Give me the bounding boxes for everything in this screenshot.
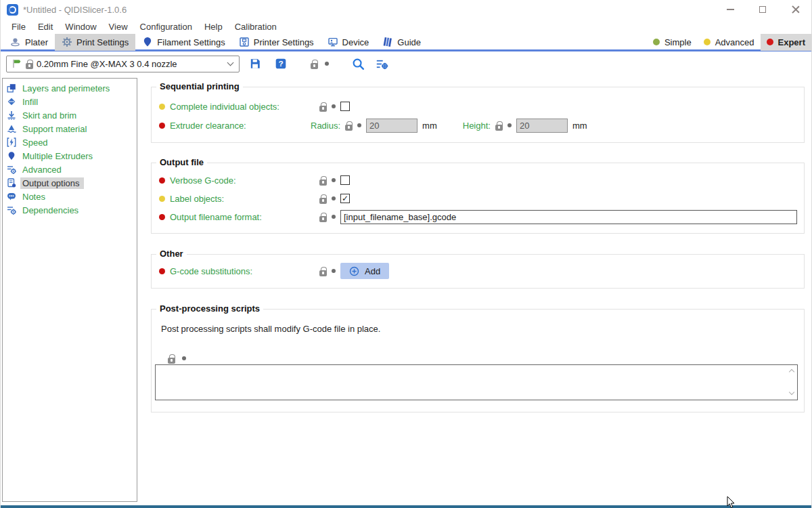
save-preset-button[interactable] <box>249 58 261 70</box>
tab-guide[interactable]: Guide <box>376 34 428 51</box>
menu-calibration[interactable]: Calibration <box>229 20 283 33</box>
radius-label: Radius: <box>311 121 340 131</box>
scroll-up-icon[interactable] <box>789 368 794 374</box>
mouse-cursor-icon <box>727 496 736 508</box>
tab-filament-settings[interactable]: Filament Settings <box>135 34 231 51</box>
menu-file[interactable]: File <box>5 20 32 33</box>
settings-sidebar: Layers and perimeters Infill Skirt and b… <box>2 78 137 502</box>
multiple-extruders-icon <box>7 151 16 161</box>
menu-bar: File Edit Window View Configuration Help… <box>1 19 811 35</box>
lock-icon[interactable] <box>495 125 503 131</box>
section-sequential-printing: Sequential printing Complete individual … <box>151 87 805 143</box>
printer-settings-icon <box>239 37 250 47</box>
sidebar-item-layers-and-perimeters[interactable]: Layers and perimeters <box>3 81 137 95</box>
tab-device[interactable]: Device <box>321 34 376 51</box>
tab-plater[interactable]: Plater <box>3 34 55 51</box>
options-panel: Sequential printing Complete individual … <box>151 78 806 502</box>
option-level-dot-icon <box>159 104 165 110</box>
lock-toggle-button[interactable] <box>311 59 318 69</box>
output-filename-format-input[interactable] <box>340 210 797 224</box>
reset-dot-icon[interactable] <box>332 196 336 200</box>
mode-expert[interactable]: Expert <box>761 34 811 51</box>
reset-dot-icon[interactable] <box>332 178 336 182</box>
settings-options-button[interactable] <box>376 58 388 70</box>
lock-icon <box>26 63 33 69</box>
complete-individual-objects-checkbox[interactable] <box>340 102 350 111</box>
preset-dropdown[interactable]: 0.20mm Fine @X-MAX 3 0.4 nozzle <box>6 56 240 72</box>
close-button[interactable] <box>779 0 811 19</box>
tab-label: Filament Settings <box>157 37 225 47</box>
sidebar-item-infill[interactable]: Infill <box>3 95 137 108</box>
post-processing-scripts-textarea[interactable] <box>156 365 797 400</box>
scroll-down-icon[interactable] <box>789 391 794 396</box>
reset-dot-icon[interactable] <box>325 62 329 66</box>
support-material-icon <box>7 124 16 133</box>
sidebar-item-label: Speed <box>20 137 52 148</box>
search-icon <box>352 58 365 70</box>
advanced-mode-dot-icon <box>704 39 710 45</box>
mode-label: Simple <box>664 37 692 47</box>
mode-simple[interactable]: Simple <box>647 34 698 51</box>
skirt-brim-icon <box>7 110 16 120</box>
lock-icon[interactable] <box>345 125 353 131</box>
help-button[interactable]: ? <box>275 58 287 70</box>
reset-dot-icon[interactable] <box>332 269 336 273</box>
sidebar-item-dependencies[interactable]: Dependencies <box>3 203 137 217</box>
option-level-dot-icon <box>159 196 165 202</box>
add-substitution-button[interactable]: Add <box>340 263 389 279</box>
sidebar-item-label: Infill <box>20 96 42 108</box>
flag-icon <box>12 58 22 69</box>
menu-edit[interactable]: Edit <box>32 20 59 33</box>
sidebar-item-speed[interactable]: Speed <box>3 135 137 149</box>
menu-help[interactable]: Help <box>198 20 229 33</box>
title-bar: *Untitled - QIDISlicer-1.0.6 <box>1 0 811 19</box>
sidebar-item-output-options[interactable]: Output options <box>3 176 137 190</box>
option-label: Verbose G-code: <box>170 175 236 186</box>
option-label: Extruder clearance: <box>170 121 246 131</box>
lock-icon[interactable] <box>319 198 327 204</box>
height-label: Height: <box>463 121 491 131</box>
menu-window[interactable]: Window <box>59 20 102 33</box>
chevron-down-icon <box>227 60 234 66</box>
mode-label: Advanced <box>715 37 754 47</box>
lock-icon[interactable] <box>319 270 327 276</box>
reset-dot-icon[interactable] <box>182 356 186 360</box>
reset-dot-icon[interactable] <box>357 123 361 127</box>
sidebar-item-notes[interactable]: Notes <box>3 190 137 203</box>
reset-dot-icon[interactable] <box>332 215 336 219</box>
option-row-complete-individual-objects: Complete individual objects: <box>159 98 797 114</box>
lock-icon[interactable] <box>319 179 327 186</box>
device-icon <box>328 37 338 47</box>
sidebar-item-skirt-and-brim[interactable]: Skirt and brim <box>3 108 137 122</box>
lock-icon[interactable] <box>168 358 175 364</box>
sidebar-item-advanced[interactable]: Advanced <box>3 163 137 176</box>
guide-icon <box>382 37 393 47</box>
sidebar-item-label: Support material <box>20 123 91 135</box>
app-logo-icon <box>7 4 18 16</box>
tab-printer-settings[interactable]: Printer Settings <box>232 34 321 51</box>
lock-icon[interactable] <box>319 216 327 222</box>
minimize-button[interactable] <box>714 0 746 19</box>
option-level-dot-icon <box>159 268 165 274</box>
menu-view[interactable]: View <box>103 20 134 33</box>
reset-dot-icon[interactable] <box>508 123 512 127</box>
height-input[interactable] <box>516 119 568 133</box>
search-button[interactable] <box>352 58 365 70</box>
option-row-output-filename-format: Output filename format: <box>159 209 797 225</box>
sidebar-item-support-material[interactable]: Support material <box>3 122 137 135</box>
lock-icon[interactable] <box>319 106 327 112</box>
add-button-label: Add <box>365 266 380 276</box>
mode-advanced[interactable]: Advanced <box>698 34 761 51</box>
tab-label: Device <box>342 37 369 47</box>
maximize-button[interactable] <box>746 0 779 19</box>
sidebar-item-multiple-extruders[interactable]: Multiple Extruders <box>3 149 137 163</box>
radius-input[interactable] <box>366 119 418 133</box>
post-processing-description: Post processing scripts shall modify G-c… <box>161 324 380 334</box>
sidebar-item-label: Advanced <box>20 164 66 175</box>
expert-mode-dot-icon <box>767 39 773 45</box>
verbose-gcode-checkbox[interactable] <box>340 175 350 185</box>
reset-dot-icon[interactable] <box>332 104 336 108</box>
menu-configuration[interactable]: Configuration <box>134 20 198 33</box>
tab-print-settings[interactable]: Print Settings <box>55 34 135 51</box>
label-objects-checkbox[interactable] <box>340 194 350 203</box>
